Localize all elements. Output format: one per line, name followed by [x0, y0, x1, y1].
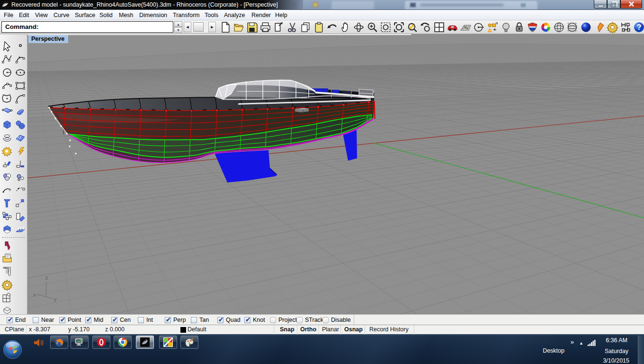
svg-text:y: y	[54, 296, 57, 302]
svg-text:x: x	[33, 292, 36, 298]
svg-text:z: z	[45, 275, 48, 281]
svg-text:?: ?	[637, 23, 642, 31]
